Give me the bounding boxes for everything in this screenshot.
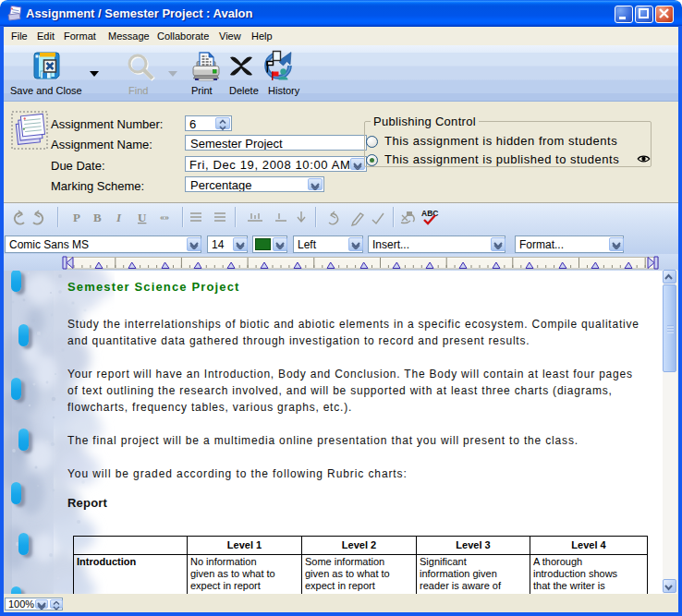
svg-text:P: P — [73, 211, 80, 224]
svg-text:B: B — [93, 211, 102, 224]
svg-text:I: I — [116, 211, 122, 224]
svg-text:U: U — [138, 211, 147, 224]
svg-text:ABC: ABC — [421, 209, 438, 218]
svg-text:«»: «» — [160, 211, 169, 222]
